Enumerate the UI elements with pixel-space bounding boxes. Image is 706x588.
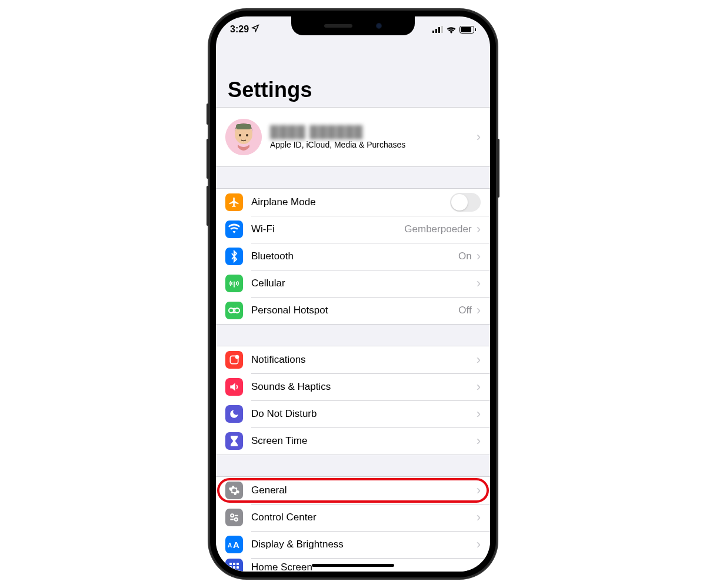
bluetooth-icon [225,248,243,265]
sounds-icon [225,378,243,396]
home-indicator[interactable] [312,564,394,567]
svg-point-13 [229,308,234,313]
svg-point-17 [231,514,234,517]
screen-time-row[interactable]: Screen Time › [216,427,490,455]
svg-point-16 [236,356,239,359]
svg-rect-1 [435,29,437,33]
chevron-right-icon: › [477,407,481,420]
svg-rect-28 [237,566,239,569]
side-button [497,139,499,198]
notch [291,16,415,35]
svg-point-10 [239,134,241,136]
chevron-right-icon: › [477,538,481,551]
apple-id-row[interactable]: ████ ██████ Apple ID, iCloud, Media & Pu… [216,107,490,167]
display-brightness-row[interactable]: AA Display & Brightness › [216,531,490,558]
general-label: General [251,485,477,496]
chevron-right-icon: › [477,250,481,263]
settings-content[interactable]: Settings ████ ██████ [216,42,490,572]
wifi-row[interactable]: Wi-Fi Gemberpoeder › [216,216,490,243]
svg-rect-31 [237,570,239,572]
svg-rect-25 [237,563,239,565]
airplane-icon [225,193,243,211]
general-row[interactable]: General › [216,477,490,504]
svg-rect-30 [233,570,235,572]
svg-rect-27 [233,566,235,569]
svg-text:A: A [228,542,232,549]
text-size-icon: AA [225,536,243,553]
volume-down-button [207,186,209,226]
cellular-signal-icon [432,26,443,33]
wifi-icon [446,26,457,34]
control-center-icon [225,509,243,526]
notifications-row[interactable]: Notifications › [216,346,490,373]
settings-group-general: General › Control Center › AA D [216,476,490,572]
location-icon [251,24,259,35]
svg-text:A: A [233,540,239,549]
sounds-row[interactable]: Sounds & Haptics › [216,373,490,400]
settings-group-connectivity: Airplane Mode Wi-Fi Gemberpoeder › [216,188,490,325]
hourglass-icon [225,432,243,450]
app-grid-icon [225,559,243,572]
airplane-mode-label: Airplane Mode [251,196,450,208]
hotspot-label: Personal Hotspot [251,305,458,316]
screentime-label: Screen Time [251,435,477,447]
wifi-detail: Gemberpoeder [404,223,471,235]
svg-rect-6 [475,28,476,31]
sounds-label: Sounds & Haptics [251,381,477,393]
svg-point-11 [246,134,248,136]
personal-hotspot-row[interactable]: Personal Hotspot Off › [216,297,490,324]
svg-rect-2 [438,27,440,33]
phone-frame: 3:29 Settings [209,9,497,579]
status-time: 3:29 [230,24,249,35]
avatar [225,119,262,155]
svg-rect-23 [229,563,232,565]
chevron-right-icon: › [477,380,481,393]
airplane-mode-row[interactable]: Airplane Mode [216,189,490,216]
svg-rect-5 [461,27,471,32]
chevron-right-icon: › [477,435,481,447]
notifications-icon [225,351,243,369]
chevron-right-icon: › [477,484,481,497]
bluetooth-detail: On [458,250,472,262]
svg-point-14 [235,308,239,313]
svg-rect-3 [441,26,443,33]
svg-rect-24 [233,563,235,565]
chevron-right-icon: › [477,223,481,236]
control-center-label: Control Center [251,512,477,523]
page-title: Settings [228,78,478,102]
chevron-right-icon: › [477,511,481,524]
chevron-right-icon: › [477,277,481,290]
svg-rect-12 [234,282,235,288]
do-not-disturb-row[interactable]: Do Not Disturb › [216,400,490,427]
bluetooth-label: Bluetooth [251,250,458,262]
wifi-label: Wi-Fi [251,223,404,235]
account-name: ████ ██████ [270,125,477,139]
svg-rect-0 [432,31,434,33]
screen: 3:29 Settings [216,16,490,572]
chevron-right-icon: › [477,304,481,317]
chevron-right-icon: › [477,353,481,366]
airplane-mode-toggle[interactable] [450,193,481,212]
cellular-label: Cellular [251,278,477,289]
cellular-icon [225,275,243,292]
moon-icon [225,405,243,423]
battery-icon [459,26,476,34]
dnd-label: Do Not Disturb [251,408,477,420]
hotspot-detail: Off [458,305,471,316]
hotspot-icon [225,302,243,319]
svg-rect-29 [229,570,232,572]
svg-rect-9 [236,124,251,129]
control-center-row[interactable]: Control Center › [216,504,490,531]
chevron-right-icon: › [477,131,481,143]
wifi-settings-icon [225,220,243,238]
account-subtitle: Apple ID, iCloud, Media & Purchases [270,140,477,149]
bluetooth-row[interactable]: Bluetooth On › [216,243,490,270]
svg-point-19 [235,518,238,521]
svg-rect-26 [229,566,232,569]
settings-group-notifications: Notifications › Sounds & Haptics › [216,346,490,455]
gear-icon [225,482,243,499]
notifications-label: Notifications [251,354,477,366]
volume-up-button [207,139,209,179]
cellular-row[interactable]: Cellular › [216,270,490,297]
mute-switch [207,103,209,125]
